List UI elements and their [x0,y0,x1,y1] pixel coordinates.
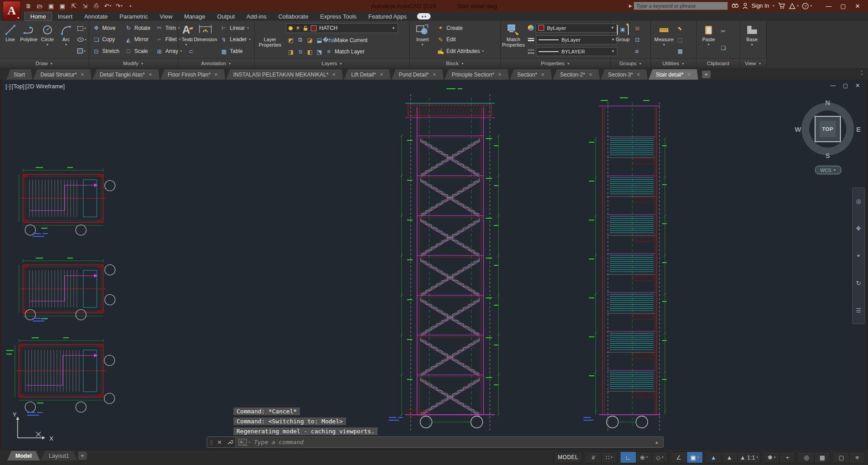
object-snap-tracking-toggle[interactable]: ∠ [671,451,687,463]
line-button[interactable]: Line [1,22,19,58]
file-tab[interactable]: Detail Struktur*✕ [33,69,91,80]
tab-home[interactable]: Home [24,12,52,21]
ortho-mode-toggle[interactable]: ∟ [621,451,636,463]
layer-unlock2-icon[interactable]: ⬔ [316,48,323,55]
panel-label-utilities[interactable]: Utilities▼ [651,58,696,68]
doc-restore-button[interactable]: ▢ [843,82,848,89]
customization-menu-button[interactable]: ≡ [849,451,865,463]
block-edit-button[interactable]: ✎Edit [436,35,485,44]
edit-attributes-button[interactable]: ✍Edit Attributes▾ [436,47,485,56]
viewport-visual-style-control[interactable]: [2D Wireframe] [25,83,65,90]
layer-freeze-icon[interactable]: ◩ [287,37,294,43]
file-tab[interactable]: Detail Tangki Atas*✕ [92,69,159,80]
copy-clip-icon[interactable]: ❏ [721,44,726,52]
panel-label-modify[interactable]: Modify▼ [89,58,178,68]
customize-command-icon[interactable] [227,439,233,445]
tab-add-ins[interactable]: Add-ins [241,12,272,21]
snap-mode-toggle[interactable]: ∷▾ [602,451,617,463]
linear-dimension-button[interactable]: ⊢Linear▾ [219,24,252,32]
new-drawing-button[interactable]: + [702,71,711,78]
close-icon[interactable]: ✕ [589,72,593,77]
command-prompt-icon[interactable]: >_▾ [236,439,253,446]
compass-east[interactable]: E [856,125,861,133]
viewcube[interactable]: N E S W TOP [797,99,858,159]
layer-unlock-icon[interactable] [303,25,308,31]
close-command-line-icon[interactable]: ✕ [218,439,222,446]
new-file-icon[interactable]: 🗎 [24,1,33,10]
polyline-button[interactable]: Polyline [20,22,38,58]
tab-collaborate[interactable]: Collaborate [272,12,314,21]
maximize-button[interactable]: ▢ [836,1,850,10]
group-selection-icon[interactable]: ⧈ [635,48,640,55]
layer-properties-button[interactable]: Layer Properties [256,22,284,58]
group-edit-icon[interactable]: ⊡ [635,36,640,43]
close-icon[interactable]: ✕ [81,72,84,77]
grid-display-toggle[interactable]: # [586,451,602,463]
tab-view[interactable]: View [154,12,178,21]
tab-manage[interactable]: Manage [178,12,211,21]
panel-label-draw[interactable]: Draw▼ [0,58,89,68]
command-line[interactable]: ⣿ ✕ >_▾ ▲ [207,436,664,448]
panel-label-groups[interactable]: Groups▼ [611,58,650,68]
close-icon[interactable]: ✕ [636,72,640,77]
a360-icon[interactable]: ▾ [789,3,799,9]
file-tab[interactable]: Lift Detail*✕ [344,69,390,80]
annotation-scale-button[interactable]: ▲ 1:1▾ [738,451,761,463]
search-flyout-icon[interactable]: ▶ [629,4,632,8]
text-button[interactable]: A Text ▼ [180,22,193,58]
isometric-drafting-toggle[interactable]: ◇▾ [652,451,668,463]
layer-thaw-icon[interactable]: ☀ [295,25,300,31]
rectangle-button[interactable]: ▾ [77,25,87,32]
layer-color-swatch[interactable] [311,25,317,31]
autoscale-toggle[interactable]: ▲ [722,451,738,463]
dimension-button[interactable]: Dimension [194,22,217,58]
lineweight-dropdown[interactable]: ByLayer ▼ [536,35,617,44]
layer-thaw-all-icon[interactable]: ◧ [306,48,313,55]
help-icon[interactable]: ? ▾ [802,3,812,10]
minimize-button[interactable]: — [822,1,835,10]
ungroup-icon[interactable]: ⊠ [635,25,640,32]
ribbon-display-toggle[interactable]: ●▾ [417,13,431,19]
model-space-toggle[interactable]: MODEL [554,451,582,463]
paste-button[interactable]: Paste ▼ [698,22,719,58]
lineweight-icon[interactable] [528,37,534,42]
compass-south[interactable]: S [825,152,830,159]
wcs-menu[interactable]: WCS▼ [815,166,841,174]
polar-tracking-toggle[interactable]: ⊕▾ [636,451,652,463]
file-tab[interactable]: Floor Finish Plan*✕ [161,69,225,80]
layer-on-icon[interactable] [289,26,293,30]
calculator-icon[interactable]: ▦ [678,48,683,55]
annotation-visibility-toggle[interactable]: ▲ [706,451,722,463]
layer-select-dropdown[interactable]: ☀ HATCH ▼ [286,23,398,33]
undo-button[interactable]: ↶▾ [103,1,113,10]
insert-button[interactable]: Insert ▼ [411,22,434,58]
drawing-canvas[interactable]: [-] [Top] [2D Wireframe] — ▢ ✕ N E S W T… [0,80,868,449]
close-icon[interactable]: ✕ [332,72,336,77]
linetype-icon[interactable] [528,49,534,54]
stretch-button[interactable]: ⊡Stretch [91,47,121,56]
panel-label-view[interactable]: View▼ [740,58,766,68]
isolate-objects-button[interactable]: ◎ [799,451,815,463]
file-tab-stair-detail[interactable]: Stair detail*✕ [649,69,698,80]
linetype-dropdown[interactable]: BYLAYER ▼ [536,47,617,56]
upload-icon[interactable]: ⇱ [69,1,79,10]
search-icon[interactable] [731,3,739,9]
tab-annotate[interactable]: Annotate [78,12,114,21]
file-tab[interactable]: Pond Detail*✕ [392,69,444,80]
workspace-switching-button[interactable]: ✱▾ [764,451,780,463]
layer-unisolate-icon[interactable]: ◨ [287,48,294,55]
drag-handle[interactable]: ⣿ [209,440,212,445]
panel-label-clipboard[interactable]: Clipboard [697,58,740,68]
tab-featured-apps[interactable]: Featured Apps [362,12,413,21]
open-folder-icon[interactable]: 🗁 [35,1,45,10]
compass-north[interactable]: N [825,99,830,106]
mirror-button[interactable]: ◭Mirror [123,35,152,44]
leader-button[interactable]: ↯Leader▾ [219,35,252,44]
panel-label-block[interactable]: Block▼ [410,58,500,68]
file-tab-start[interactable]: Start [6,69,32,80]
panel-label-annotation[interactable]: Annotation▼ [178,58,254,68]
sign-in-button[interactable]: Sign In [752,3,769,9]
file-tab[interactable]: INSTALASI PELETAKAN MEKANIKAL*✕ [226,69,343,80]
make-current-icon[interactable]: �há [325,37,332,43]
copy-button[interactable]: ❏Copy [91,35,121,44]
